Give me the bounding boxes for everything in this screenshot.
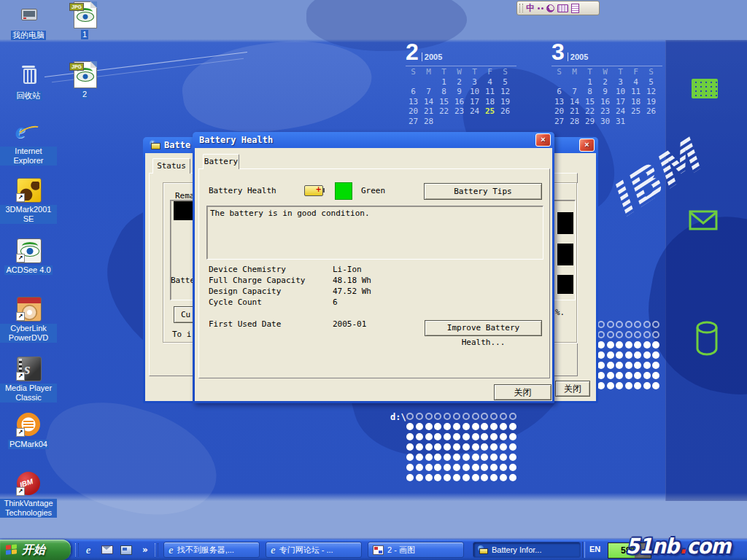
desktop-icon-my-computer[interactable]: 我的电脑: [0, 2, 57, 40]
shortcut-arrow-icon: ↗: [16, 193, 25, 202]
3dmark-icon: ↗: [15, 176, 42, 203]
desktop-icon-recycle-bin[interactable]: 回收站: [0, 63, 57, 101]
ime-grip-handle[interactable]: [519, 4, 523, 12]
icon-label: 回收站: [15, 91, 42, 101]
field-label: First Used Date: [209, 319, 281, 329]
quick-launch-ie-icon[interactable]: e: [80, 542, 96, 558]
language-indicator[interactable]: EN: [589, 545, 600, 553]
tab-battery[interactable]: Battery: [203, 154, 239, 169]
close-dialog-button[interactable]: 关闭: [555, 381, 590, 397]
start-label: 开始: [22, 542, 45, 558]
thinkvantage-icon: IBM↗: [15, 470, 42, 497]
icon-label: Media Player Classic: [0, 384, 57, 402]
calendar-grid: SMTWTFS123456789101112131415161718192021…: [551, 67, 662, 126]
windows-flag-icon: [6, 544, 18, 556]
battery-gauge-3: [557, 275, 573, 294]
battery-health-titlebar[interactable]: Battery Health ×: [195, 132, 552, 148]
desktop-icon-3dmark2001[interactable]: ↗ 3DMark2001 SE: [0, 176, 57, 224]
ime-options-icon[interactable]: [571, 4, 579, 13]
percent-label: %.: [555, 308, 565, 317]
battery-gauge-2: [557, 244, 573, 265]
field-value: 2005-01: [333, 319, 366, 329]
shortcut-arrow-icon: ↗: [16, 428, 25, 437]
desktop-icon-acdsee[interactable]: ↗ ACDSee 4.0: [0, 237, 57, 275]
ime-punctuation-icon[interactable]: [538, 7, 543, 9]
tab-status[interactable]: Status: [152, 158, 190, 174]
desktop-icon-pcmark04[interactable]: ↗ PCMark04: [0, 411, 57, 449]
battery-health-dialog: Battery Health × Battery Battery Health …: [193, 132, 554, 403]
ie-icon: e: [169, 544, 174, 556]
shortcut-arrow-icon: ↗: [16, 372, 25, 381]
shortcut-arrow-icon: ↗: [16, 487, 25, 496]
quick-launch-show-desktop-icon[interactable]: [118, 542, 134, 558]
quick-launch-overflow-chevron[interactable]: »: [137, 542, 153, 558]
desktop-icon-media-player-classic[interactable]: s↗ Media Player Classic: [0, 355, 57, 402]
taskband-grip[interactable]: [155, 543, 158, 556]
quick-launch-grip[interactable]: [75, 543, 79, 556]
disk-usage-dots-c: [597, 319, 661, 391]
field-label: Device Chemistry: [209, 265, 286, 274]
watermark-51nb: 51nb.com: [626, 534, 730, 559]
task-label: 找不到服务器,...: [177, 545, 234, 556]
drive-label: d:\: [390, 412, 406, 422]
calendar-february: 2 2005 SMTWTFS12345678910111213141516171…: [406, 41, 516, 126]
condition-text: The battery is in good condition.: [210, 209, 370, 218]
close-dialog-button[interactable]: 关闭: [494, 384, 551, 400]
desktop-icon-jpg-1[interactable]: JPG 1: [70, 1, 99, 39]
internet-explorer-icon: e: [15, 118, 42, 144]
field-value: Li-Ion: [333, 265, 362, 274]
quick-launch-mail-icon[interactable]: [99, 542, 115, 558]
tray-separator: [582, 542, 585, 558]
desktop-icon-internet-explorer[interactable]: e Internet Explorer: [0, 118, 57, 166]
icon-label: ACDSee 4.0: [4, 265, 52, 275]
desktop-icon-thinkvantage[interactable]: IBM↗ ThinkVantage Technologies: [0, 470, 57, 518]
shortcut-arrow-icon: ↗: [16, 312, 25, 321]
calendar-march: 3 2005 SMTWTFS12345678910111213141516171…: [551, 41, 662, 126]
recycle-bin-icon: [15, 63, 42, 89]
shortcut-arrow-icon: ↗: [16, 254, 25, 262]
jpg-file-icon: JPG: [71, 61, 98, 88]
field-label: Full Charge Capacity: [209, 276, 305, 285]
wallpaper-grid-icon: [692, 79, 718, 98]
improve-battery-health-button[interactable]: Improve Battery Health...: [425, 320, 542, 336]
taskbar-item-forum[interactable]: e 专门网论坛 - ...: [266, 542, 362, 558]
desktop-icon-powerdvd[interactable]: ↗ CyberLink PowerDVD: [0, 295, 57, 343]
close-button[interactable]: ×: [579, 139, 595, 152]
battery-info-icon: [478, 545, 488, 554]
icon-label: 1: [81, 30, 88, 39]
task-label: 2 - 画图: [387, 545, 415, 556]
pcmark-icon: ↗: [15, 411, 42, 438]
taskbar-item-paint[interactable]: 2 - 画图: [368, 542, 464, 558]
calendar-grid: SMTWTFS123456789101112131415161718192021…: [406, 67, 516, 126]
calendar-separator: [551, 66, 662, 66]
health-label: Battery Health: [209, 186, 276, 195]
powerdvd-icon: ↗: [15, 295, 42, 322]
taskbar-item-server-not-found[interactable]: e 找不到服务器,...: [163, 542, 260, 558]
field-label: Design Capacity: [209, 287, 281, 296]
task-label: 专门网论坛 - ...: [279, 545, 333, 556]
icon-label: 3DMark2001 SE: [0, 205, 57, 224]
close-button[interactable]: ×: [535, 133, 551, 147]
field-value: 47.52 Wh: [333, 287, 371, 296]
icon-label: 我的电脑: [11, 31, 46, 40]
battery-icon: +: [304, 185, 323, 196]
task-label: Battery Infor...: [492, 545, 541, 554]
icon-label: CyberLink PowerDVD: [0, 324, 57, 343]
ime-soft-keyboard-icon[interactable]: [557, 4, 568, 12]
paint-icon: [373, 545, 384, 555]
start-button[interactable]: 开始: [0, 540, 71, 560]
taskbar-item-battery-information[interactable]: Battery Infor...: [473, 542, 581, 558]
battery-tips-button[interactable]: Battery Tips: [424, 183, 542, 200]
ime-language-toggle-icon[interactable]: 中: [526, 4, 535, 12]
wallpaper-leaf: [34, 387, 229, 531]
envelope-icon: [689, 210, 718, 230]
icon-label: Internet Explorer: [0, 147, 57, 166]
desktop-icon-jpg-2[interactable]: JPG 2: [70, 61, 99, 99]
ime-language-bar[interactable]: 中: [516, 1, 600, 15]
calendar-year: 2005: [422, 52, 442, 61]
field-label: Cycle Count: [209, 298, 262, 307]
battery-information-title: Batte: [164, 140, 190, 150]
desktop: 2 2005 SMTWTFS12345678910111213141516171…: [0, 0, 747, 560]
acdsee-icon: ↗: [15, 237, 42, 263]
ime-fullwidth-toggle-icon[interactable]: [546, 4, 554, 12]
